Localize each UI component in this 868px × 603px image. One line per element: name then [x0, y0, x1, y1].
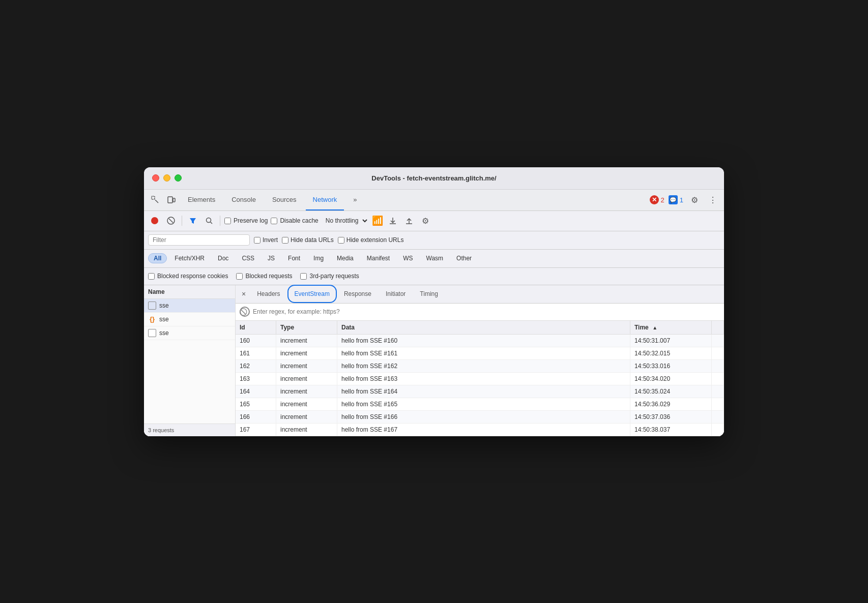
cell-id-4: 164	[236, 385, 276, 398]
cell-id-3: 163	[236, 373, 276, 385]
tab-network[interactable]: Network	[306, 189, 344, 210]
tab-elements[interactable]: Elements	[181, 189, 222, 210]
blocked-cookies-checkbox[interactable]	[148, 273, 155, 280]
subtab-headers[interactable]: Headers	[250, 285, 287, 303]
request-icon-1	[148, 302, 156, 310]
type-filter-all[interactable]: All	[148, 253, 167, 263]
cell-type-3: increment	[276, 373, 337, 385]
request-item-3[interactable]: sse	[144, 326, 235, 340]
cell-data-2: hello from SSE #162	[337, 360, 630, 372]
nav-right-area: ✕ 2 💬 1 ⚙ ⋮	[650, 193, 720, 207]
table-row: 167 increment hello from SSE #167 14:50:…	[236, 424, 724, 436]
request-name-3: sse	[159, 329, 169, 337]
third-party-label[interactable]: 3rd-party requests	[300, 273, 359, 280]
type-filter-ws[interactable]: WS	[397, 253, 418, 263]
cell-time-4: 14:50:35.024	[630, 385, 712, 398]
disable-cache-label[interactable]: Disable cache	[271, 217, 318, 224]
blocked-cookies-label[interactable]: Blocked response cookies	[148, 273, 228, 280]
hide-data-urls-checkbox[interactable]	[282, 237, 288, 244]
device-toolbar-button[interactable]	[164, 193, 179, 207]
tab-sources[interactable]: Sources	[265, 189, 304, 210]
type-filter-wasm[interactable]: Wasm	[421, 253, 449, 263]
filter-button[interactable]	[186, 214, 199, 227]
type-filter-font[interactable]: Font	[282, 253, 306, 263]
info-badge: 💬 1	[669, 195, 683, 204]
request-name-1: sse	[159, 302, 169, 309]
table-header-row: Id Type Data Time ▲	[236, 321, 724, 335]
subtab-response[interactable]: Response	[337, 285, 379, 303]
subtab-timing[interactable]: Timing	[413, 285, 445, 303]
eventstream-panel: × Headers EventStream Response Initiator…	[236, 285, 724, 436]
export-button[interactable]	[402, 214, 416, 227]
blocked-requests-checkbox[interactable]	[236, 273, 243, 280]
disable-cache-checkbox[interactable]	[271, 218, 277, 224]
tab-more[interactable]: »	[346, 189, 364, 210]
more-menu-button[interactable]: ⋮	[706, 193, 720, 207]
cell-data-6: hello from SSE #166	[337, 411, 630, 423]
settings-button[interactable]: ⚙	[687, 193, 702, 207]
minimize-button[interactable]	[163, 174, 170, 182]
svg-line-8	[211, 222, 213, 224]
maximize-button[interactable]	[175, 174, 182, 182]
cell-extra-3	[712, 373, 724, 385]
invert-checkbox[interactable]	[254, 237, 261, 244]
sort-arrow-icon: ▲	[652, 325, 657, 330]
cell-type-4: increment	[276, 385, 337, 398]
subtab-eventstream[interactable]: EventStream	[287, 285, 337, 303]
cell-extra-7	[712, 424, 724, 436]
cell-extra-0	[712, 335, 724, 347]
preserve-log-label[interactable]: Preserve log	[224, 217, 268, 224]
network-settings-button[interactable]: ⚙	[419, 214, 432, 227]
request-item-1[interactable]: sse	[144, 299, 235, 313]
inspect-element-button[interactable]	[148, 193, 162, 207]
search-button[interactable]	[202, 214, 216, 227]
type-filter-manifest[interactable]: Manifest	[361, 253, 395, 263]
record-button[interactable]	[148, 214, 161, 227]
invert-label[interactable]: Invert	[254, 236, 278, 244]
cell-time-1: 14:50:32.015	[630, 347, 712, 359]
throttle-select[interactable]: No throttling	[322, 216, 369, 226]
blocked-requests-label[interactable]: Blocked requests	[236, 273, 292, 280]
svg-rect-0	[152, 196, 155, 199]
regex-input[interactable]	[253, 308, 720, 315]
cell-time-6: 14:50:37.036	[630, 411, 712, 423]
type-filter-js[interactable]: JS	[262, 253, 280, 263]
traffic-lights	[152, 174, 182, 182]
subtab-bar: × Headers EventStream Response Initiator…	[236, 285, 724, 304]
clear-button[interactable]	[164, 214, 178, 227]
subtab-initiator[interactable]: Initiator	[379, 285, 413, 303]
filter-input[interactable]	[148, 234, 250, 246]
cell-extra-6	[712, 411, 724, 423]
cell-id-7: 167	[236, 424, 276, 436]
subtab-close-button[interactable]: ×	[238, 288, 250, 300]
toolbar-divider-2	[220, 216, 220, 226]
cell-extra-1	[712, 347, 724, 359]
tab-console[interactable]: Console	[224, 189, 263, 210]
close-button[interactable]	[152, 174, 159, 182]
type-filter-img[interactable]: Img	[308, 253, 329, 263]
no-entry-icon: ⃠	[240, 307, 250, 317]
request-item-2[interactable]: {} sse	[144, 313, 235, 326]
type-filter-other[interactable]: Other	[451, 253, 477, 263]
col-scroll	[712, 321, 724, 334]
third-party-checkbox[interactable]	[300, 273, 307, 280]
filter-bar: Invert Hide data URLs Hide extension URL…	[144, 231, 724, 250]
svg-point-3	[151, 217, 158, 224]
type-filter-css[interactable]: CSS	[236, 253, 260, 263]
type-filter-fetch-xhr[interactable]: Fetch/XHR	[169, 253, 210, 263]
col-time[interactable]: Time ▲	[630, 321, 712, 334]
type-filter-doc[interactable]: Doc	[212, 253, 234, 263]
import-button[interactable]	[386, 214, 399, 227]
hide-data-urls-label[interactable]: Hide data URLs	[282, 236, 334, 244]
cell-data-0: hello from SSE #160	[337, 335, 630, 347]
type-filter-media[interactable]: Media	[331, 253, 359, 263]
info-icon: 💬	[669, 195, 678, 204]
hide-extension-urls-checkbox[interactable]	[338, 237, 344, 244]
cell-data-3: hello from SSE #163	[337, 373, 630, 385]
preserve-log-checkbox[interactable]	[224, 218, 231, 224]
hide-extension-urls-label[interactable]: Hide extension URLs	[338, 236, 404, 244]
titlebar: DevTools - fetch-eventstream.glitch.me/	[144, 167, 724, 190]
col-type: Type	[276, 321, 337, 334]
cell-data-1: hello from SSE #161	[337, 347, 630, 359]
eventstream-table: Id Type Data Time ▲ 160 increment hello …	[236, 321, 724, 436]
